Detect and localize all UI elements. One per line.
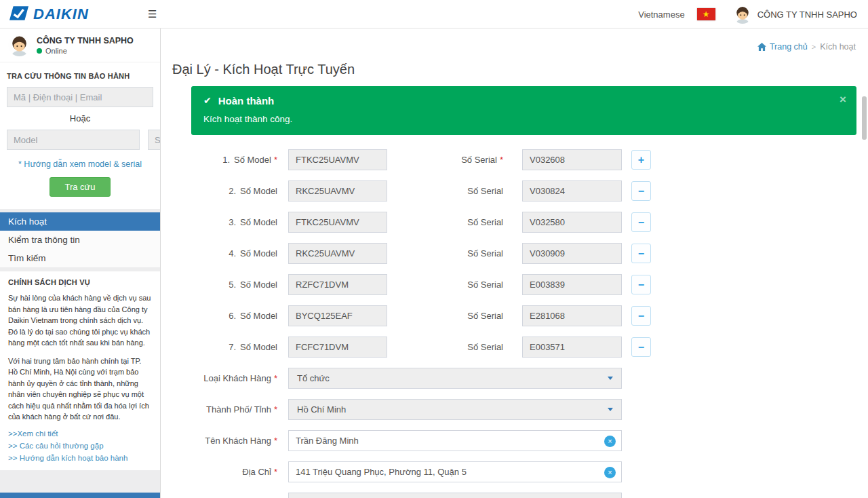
sidebar-bottom-strip	[0, 493, 160, 498]
model-number-input[interactable]	[288, 180, 387, 202]
flag-star: ★	[703, 9, 710, 19]
city-value: Hồ Chí Minh	[297, 404, 346, 415]
alert-title: Hoàn thành	[218, 94, 275, 107]
serial-number-input[interactable]	[522, 305, 622, 326]
content-area: Trang chủ > Kích hoạt Đại Lý - Kích Hoạt…	[161, 28, 868, 498]
language-selector[interactable]: Vietnamese	[638, 9, 684, 20]
service-policy-links: >>Xem chi tiết>> Các câu hỏi thường gặp>…	[8, 429, 152, 462]
clear-icon[interactable]: ×	[604, 467, 616, 478]
daikin-logo-text: DAIKIN	[33, 5, 89, 23]
policy-paragraph: Với hai trung tâm bảo hành chính tại TP.…	[8, 356, 152, 423]
required-asterisk: *	[274, 404, 277, 415]
scrollbar-thumb[interactable]	[862, 96, 867, 140]
online-status-dot	[37, 48, 42, 54]
header-user-name[interactable]: CÔNG TY TNHH SAPHO	[757, 9, 857, 20]
policy-link[interactable]: >> Hướng dẫn kích hoạt bảo hành	[8, 454, 152, 462]
remove-row-button[interactable]: −	[631, 306, 651, 326]
city-row: Thành Phố/ Tỉnh* Hồ Chí Minh	[191, 399, 856, 420]
policy-link[interactable]: >> Các câu hỏi thường gặp	[8, 442, 152, 450]
remove-row-button[interactable]: −	[631, 181, 651, 201]
next-field-partial[interactable]	[288, 493, 622, 498]
serial-number-input[interactable]	[522, 243, 622, 264]
device-row: 3.Số Model Số Serial −	[191, 212, 856, 233]
serial-number-input[interactable]	[522, 337, 622, 358]
navbar-right: Vietnamese ★ CÔNG TY TNHH SAPHO	[638, 0, 857, 28]
serial-number-input[interactable]	[522, 149, 622, 170]
device-row: 6.Số Model Số Serial −	[191, 305, 856, 326]
required-asterisk: *	[274, 467, 277, 477]
address-row: Địa Chỉ* ×	[191, 461, 856, 482]
model-label: 2.Số Model	[191, 186, 277, 196]
sidebar-menu-item-1[interactable]: Kiểm tra thông tin	[0, 231, 160, 249]
serial-number-input[interactable]	[522, 180, 622, 202]
model-number-input[interactable]	[288, 243, 387, 264]
customer-type-select[interactable]: Tổ chức	[288, 368, 622, 389]
clear-icon[interactable]: ×	[604, 436, 616, 447]
customer-name-input[interactable]	[289, 431, 621, 451]
daikin-logo[interactable]: DAIKIN	[9, 0, 89, 28]
sidebar-model-input[interactable]	[7, 130, 140, 150]
required-asterisk: *	[274, 436, 277, 446]
breadcrumb-current: Kích hoạt	[820, 42, 856, 52]
model-number-input[interactable]	[288, 212, 387, 233]
remove-row-button[interactable]: −	[631, 337, 651, 357]
required-asterisk: *	[274, 373, 277, 383]
device-row: 2.Số Model Số Serial −	[191, 180, 856, 202]
model-serial-guide-link[interactable]: * Hướng dẫn xem model & serial	[7, 159, 153, 169]
alert-title-row: ✔ Hoàn thành	[203, 94, 844, 107]
customer-name-row: Tên Khách Hàng* ×	[191, 430, 856, 451]
warranty-lookup-title: TRA CỨU THÔNG TIN BẢO HÀNH	[7, 72, 153, 80]
sidebar-user-status: Online	[37, 47, 134, 55]
serial-label: Số Serial	[387, 342, 503, 352]
remove-row-button[interactable]: −	[631, 212, 651, 232]
add-row-button[interactable]: +	[631, 150, 651, 170]
vietnam-flag-icon[interactable]: ★	[697, 8, 715, 20]
address-input[interactable]	[289, 462, 621, 482]
serial-number-input[interactable]	[522, 274, 622, 295]
online-status-label: Online	[45, 47, 67, 55]
sidebar-menu-item-2[interactable]: Tìm kiếm	[0, 249, 160, 267]
home-icon	[757, 43, 766, 51]
sidebar-toggle-icon[interactable]: ☰	[148, 0, 157, 28]
model-number-input[interactable]	[288, 337, 387, 358]
model-label: 5.Số Model	[191, 280, 277, 290]
device-row: 1.Số Model* Số Serial* +	[191, 149, 856, 170]
sidebar-serial-input[interactable]	[148, 130, 161, 150]
remove-row-button[interactable]: −	[631, 275, 651, 294]
device-row: 7.Số Model Số Serial −	[191, 337, 856, 358]
required-asterisk: *	[500, 155, 503, 165]
model-number-input[interactable]	[288, 305, 387, 326]
top-navbar: DAIKIN ☰ Vietnamese ★ CÔNG TY TNHH SAPHO	[0, 0, 868, 28]
city-select[interactable]: Hồ Chí Minh	[288, 399, 622, 420]
customer-type-label: Loại Khách Hàng*	[191, 373, 277, 383]
sidebar-menu-item-0[interactable]: Kích hoạt	[0, 212, 160, 231]
policy-link[interactable]: >>Xem chi tiết	[8, 429, 152, 438]
model-label: 6.Số Model	[191, 311, 277, 321]
customer-name-label: Tên Khách Hàng*	[191, 436, 277, 446]
sidebar-user-name: CÔNG TY TNHH SAPHO	[37, 36, 134, 45]
lookup-button[interactable]: Tra cứu	[50, 177, 110, 197]
header-avatar[interactable]	[733, 5, 752, 24]
model-number-input[interactable]	[288, 149, 387, 170]
serial-number-input[interactable]	[522, 212, 622, 233]
customer-type-value: Tổ chức	[297, 373, 330, 383]
breadcrumb-home-link[interactable]: Trang chủ	[757, 42, 808, 52]
warranty-lookup-input[interactable]	[7, 87, 153, 107]
customer-type-row: Loại Khách Hàng* Tổ chức	[191, 368, 856, 389]
sidebar-avatar	[8, 34, 31, 56]
policy-paragraph: Sự hài lòng của khách hàng về dịch vụ sa…	[8, 292, 152, 349]
alert-close-icon[interactable]: ×	[840, 94, 846, 105]
model-label: 3.Số Model	[191, 217, 277, 227]
model-label: 7.Số Model	[191, 342, 277, 352]
serial-label: Số Serial	[387, 311, 503, 321]
sidebar-menu: Kích hoạtKiểm tra thông tinTìm kiếm	[0, 212, 160, 267]
service-policy-panel: CHÍNH SÁCH DỊCH VỤ Sự hài lòng của khách…	[0, 271, 160, 470]
serial-label: Số Serial	[387, 186, 503, 196]
model-number-input[interactable]	[288, 274, 387, 295]
chevron-down-icon	[608, 377, 613, 380]
serial-label: Số Serial	[387, 280, 503, 290]
success-alert: ✔ Hoàn thành × Kích hoạt thành công.	[191, 86, 856, 135]
chevron-down-icon	[608, 408, 613, 411]
remove-row-button[interactable]: −	[631, 244, 651, 263]
breadcrumb: Trang chủ > Kích hoạt	[757, 42, 856, 52]
